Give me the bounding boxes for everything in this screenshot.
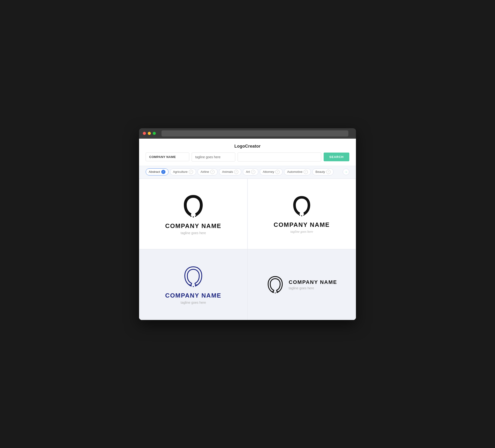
logo-company-name-3: COMPANY NAME bbox=[165, 292, 221, 299]
browser-content: LogoCreator SEARCH Abstract✓Agriculture✓… bbox=[139, 139, 356, 320]
logo-text-group-4: COMPANY NAME tagline goes here bbox=[289, 279, 337, 290]
filter-chip-animals[interactable]: Animals✓ bbox=[219, 168, 241, 175]
svg-point-7 bbox=[301, 215, 302, 216]
filter-chip-art[interactable]: Art✓ bbox=[243, 168, 258, 175]
svg-point-13 bbox=[195, 285, 196, 286]
search-bar: SEARCH bbox=[139, 153, 356, 166]
svg-point-17 bbox=[275, 292, 275, 293]
svg-point-14 bbox=[196, 284, 197, 286]
filter-chip-agriculture[interactable]: Agriculture✓ bbox=[170, 168, 196, 175]
logo-tagline-3: tagline goes here bbox=[180, 301, 206, 304]
filter-chip-check: ✓ bbox=[251, 170, 255, 174]
filter-next-arrow[interactable]: → bbox=[343, 168, 349, 175]
filter-chip-label: Airline bbox=[201, 170, 209, 174]
svg-point-19 bbox=[277, 291, 278, 292]
logo-card-3[interactable]: COMPANY NAME tagline goes here bbox=[139, 249, 248, 320]
horseshoe-icon-4 bbox=[266, 274, 284, 294]
filter-chip-check: ✓ bbox=[234, 170, 238, 174]
traffic-light-yellow[interactable] bbox=[148, 132, 151, 135]
keyword-input[interactable] bbox=[238, 153, 321, 162]
svg-point-18 bbox=[276, 292, 277, 293]
logo-company-name-1: COMPANY NAME bbox=[165, 222, 221, 230]
logo-company-name-2: COMPANY NAME bbox=[274, 221, 330, 228]
svg-point-5 bbox=[298, 214, 299, 215]
app-title: LogoCreator bbox=[234, 144, 261, 149]
horseshoe-icon-1 bbox=[181, 193, 205, 219]
horseshoe-icon-3 bbox=[183, 265, 204, 288]
logo-card-1[interactable]: COMPANY NAME tagline goes here bbox=[139, 179, 248, 249]
svg-point-10 bbox=[189, 284, 191, 286]
logo-card-4[interactable]: COMPANY NAME tagline goes here bbox=[248, 249, 356, 320]
filter-bar: Abstract✓Agriculture✓Airline✓Animals✓Art… bbox=[139, 166, 356, 179]
svg-point-1 bbox=[191, 216, 192, 217]
filter-chip-airline[interactable]: Airline✓ bbox=[197, 168, 218, 175]
filter-chip-beauty[interactable]: Beauty✓ bbox=[312, 168, 333, 175]
logo-tagline-2: tagline goes here bbox=[290, 230, 313, 234]
filter-chip-label: Animals bbox=[222, 170, 233, 174]
filter-chip-label: Beauty bbox=[315, 170, 325, 174]
filter-chip-check: ✓ bbox=[161, 170, 165, 174]
browser-titlebar bbox=[139, 128, 356, 139]
filter-chip-automotive[interactable]: Automotive✓ bbox=[284, 168, 311, 175]
horseshoe-icon-2 bbox=[291, 194, 312, 217]
filter-chip-check: ✓ bbox=[275, 170, 280, 174]
filter-chip-check: ✓ bbox=[189, 170, 193, 174]
tagline-input[interactable] bbox=[192, 153, 235, 162]
filter-chip-attorney[interactable]: Attorney✓ bbox=[260, 168, 283, 175]
filter-chip-label: Automotive bbox=[287, 170, 302, 174]
logo-company-name-4: COMPANY NAME bbox=[289, 279, 337, 285]
filter-chip-abstract[interactable]: Abstract✓ bbox=[146, 168, 168, 175]
svg-point-15 bbox=[272, 291, 273, 292]
svg-point-11 bbox=[191, 285, 192, 286]
search-button[interactable]: SEARCH bbox=[324, 153, 349, 161]
svg-point-8 bbox=[303, 215, 304, 216]
svg-point-9 bbox=[304, 214, 306, 215]
address-bar[interactable] bbox=[162, 130, 348, 137]
filter-chip-label: Abstract bbox=[149, 170, 160, 174]
svg-point-2 bbox=[193, 216, 194, 218]
filter-chip-label: Agriculture bbox=[173, 170, 188, 174]
svg-point-16 bbox=[273, 292, 274, 293]
company-name-input[interactable] bbox=[146, 153, 189, 161]
svg-point-0 bbox=[189, 215, 190, 216]
traffic-light-red[interactable] bbox=[143, 132, 146, 135]
svg-point-6 bbox=[299, 215, 300, 216]
browser-window: LogoCreator SEARCH Abstract✓Agriculture✓… bbox=[139, 128, 356, 320]
svg-point-12 bbox=[193, 286, 194, 287]
filter-chip-check: ✓ bbox=[303, 170, 308, 174]
filter-chip-check: ✓ bbox=[210, 170, 215, 174]
logo-tagline-1: tagline goes here bbox=[180, 231, 206, 235]
svg-point-4 bbox=[197, 215, 198, 216]
app-header: LogoCreator bbox=[139, 139, 356, 153]
logo-card-2[interactable]: COMPANY NAME tagline goes here bbox=[248, 179, 356, 249]
filter-chip-label: Attorney bbox=[263, 170, 274, 174]
svg-point-3 bbox=[195, 216, 196, 217]
logo-grid: COMPANY NAME tagline goes here COMPANY N… bbox=[139, 179, 356, 320]
filter-chip-label: Art bbox=[246, 170, 250, 174]
traffic-light-green[interactable] bbox=[153, 132, 156, 135]
logo-tagline-4: tagline goes here bbox=[289, 286, 337, 290]
filter-chip-check: ✓ bbox=[326, 170, 330, 174]
